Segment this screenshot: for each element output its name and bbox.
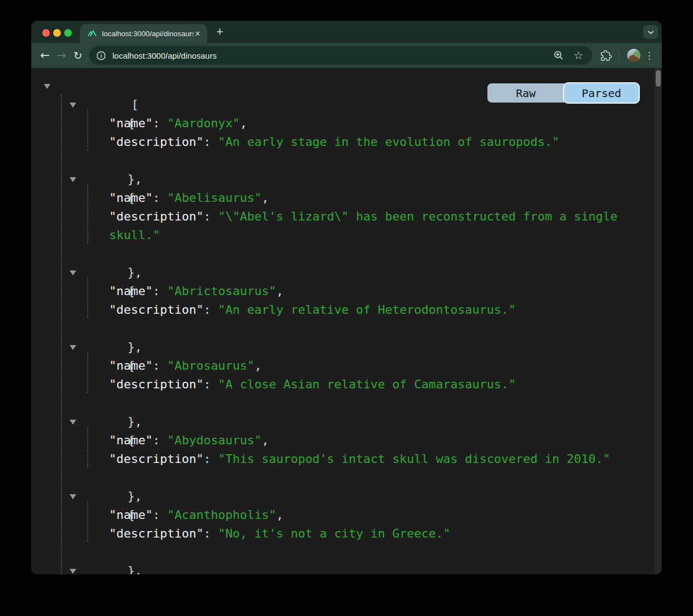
indent-guide (87, 352, 88, 393)
json-description-line: "description": "No, it's not a city in G… (109, 524, 635, 543)
collapse-triangle-icon[interactable] (70, 103, 76, 108)
json-object: { "name": "Abydosaurus", "description": … (31, 412, 655, 487)
scrollbar-track[interactable] (655, 68, 662, 574)
json-object: { "name": "Abrosaurus", "description": "… (31, 338, 655, 412)
json-object-open-row: { (31, 562, 655, 574)
minimize-window-button[interactable] (53, 29, 61, 37)
json-description-line: "description": "An early stage in the ev… (109, 133, 635, 151)
browser-window: localhost:3000/api/dinosaurs ✕ + ← → ↻ (31, 21, 662, 574)
collapse-triangle-icon[interactable] (70, 270, 76, 275)
zoom-indicator-icon[interactable] (553, 50, 564, 61)
bookmark-star-icon[interactable]: ☆ (573, 49, 583, 62)
json-name-line: "name": "Abelisaurus", (109, 189, 635, 207)
desktop-background: localhost:3000/api/dinosaurs ✕ + ← → ↻ (0, 0, 693, 616)
reload-button[interactable]: ↻ (70, 47, 86, 64)
json-name-line: "name": "Acanthopholis", (109, 506, 635, 524)
json-object: { "name": "Abrictosaurus", "description"… (31, 263, 655, 338)
collapse-triangle-icon[interactable] (70, 345, 76, 350)
object-open-brace: { (127, 191, 134, 205)
collapse-triangle-icon[interactable] (70, 494, 76, 499)
json-object: { "name": "Abelisaurus", "description": … (31, 170, 655, 263)
parsed-button[interactable]: Parsed (563, 82, 640, 104)
json-object-close-row: }, (31, 245, 655, 263)
address-bar[interactable]: localhost:3000/api/dinosaurs ☆ (89, 46, 592, 65)
indent-guide (87, 184, 88, 244)
site-info-icon[interactable] (96, 50, 106, 61)
json-viewer: [ { "name": "Aardonyx", "description": "… (31, 68, 655, 574)
json-object-close-row: }, (31, 319, 655, 338)
tab-title: localhost:3000/api/dinosaurs (102, 30, 194, 38)
tab-search-button[interactable] (643, 25, 658, 39)
favicon-mountains-icon (87, 29, 97, 38)
browser-tab[interactable]: localhost:3000/api/dinosaurs ✕ (80, 24, 207, 43)
object-open-brace: { (127, 433, 134, 447)
object-open-brace: { (127, 359, 134, 372)
indent-guide (87, 501, 88, 542)
json-object-close-row: }, (31, 394, 655, 412)
new-tab-button[interactable]: + (212, 25, 228, 40)
json-entries: { "name": "Aardonyx", "description": "An… (31, 95, 655, 574)
json-object-open-row: { (31, 487, 655, 506)
json-name-line: "name": "Abrosaurus", (109, 357, 635, 375)
chevron-down-icon (647, 30, 654, 35)
json-description-line: "description": "A close Asian relative o… (109, 375, 635, 394)
json-description-line: "description": "An early relative of Het… (109, 301, 635, 319)
object-open-brace: { (127, 508, 134, 522)
scrollbar-thumb[interactable] (656, 70, 661, 87)
object-open-brace: { (127, 116, 134, 130)
json-object-close-row: }, (31, 468, 655, 487)
indent-guide (87, 427, 88, 467)
toolbar-divider (619, 50, 620, 61)
json-object-open-row: { (31, 338, 655, 357)
collapse-triangle-icon[interactable] (70, 177, 76, 182)
json-name-line: "name": "Abydosaurus", (109, 431, 635, 450)
profile-avatar[interactable] (627, 49, 640, 62)
json-name-line: "name": "Abrictosaurus", (109, 282, 635, 301)
browser-menu-kebab-icon[interactable]: ⋮ (643, 50, 655, 61)
json-object-open-row: { (31, 263, 655, 282)
json-name-line: "name": "Aardonyx", (109, 114, 635, 133)
json-description-line: "description": "\"Abel's lizard\" has be… (109, 207, 635, 245)
back-button[interactable]: ← (37, 47, 53, 64)
object-open-brace: { (127, 284, 134, 298)
json-object-open-row: { (31, 170, 655, 189)
forward-button[interactable]: → (53, 47, 70, 64)
json-object: { (31, 562, 655, 574)
indent-guide (87, 278, 88, 318)
json-object-close-row: }, (31, 543, 655, 562)
maximize-window-button[interactable] (64, 29, 72, 37)
raw-button[interactable]: Raw (487, 83, 564, 103)
collapse-triangle-icon[interactable] (44, 84, 50, 89)
json-description-line: "description": "This sauropod's intact s… (109, 450, 635, 468)
browser-toolbar: ← → ↻ localhost:3000/api/dinosaurs ☆ (31, 43, 662, 68)
indent-guide (87, 110, 88, 150)
extensions-puzzle-icon[interactable] (598, 47, 614, 64)
raw-parsed-toggle: Raw Parsed (487, 82, 640, 104)
close-window-button[interactable] (42, 29, 50, 37)
tab-strip: localhost:3000/api/dinosaurs ✕ + (31, 21, 662, 43)
page-content: [ { "name": "Aardonyx", "description": "… (31, 68, 662, 574)
url-text: localhost:3000/api/dinosaurs (112, 51, 553, 60)
collapse-triangle-icon[interactable] (70, 569, 76, 574)
json-object-close-row: }, (31, 151, 655, 170)
json-object-open-row: { (31, 412, 655, 431)
json-object: { "name": "Acanthopholis", "description"… (31, 487, 655, 562)
tab-close-icon[interactable]: ✕ (194, 29, 202, 38)
collapse-triangle-icon[interactable] (70, 420, 76, 425)
json-object: { "name": "Aardonyx", "description": "An… (31, 95, 655, 170)
